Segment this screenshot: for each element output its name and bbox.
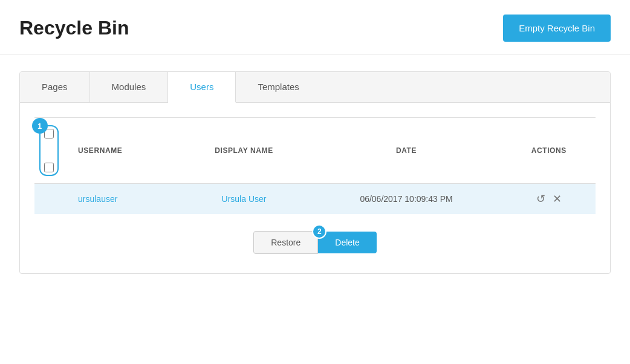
- users-table: 1 USERNAME DI: [34, 117, 596, 214]
- content-card: Pages Modules Users Templates 1: [19, 71, 611, 274]
- empty-recycle-bin-button[interactable]: Empty Recycle Bin: [503, 15, 611, 42]
- username-cell: ursulauser: [68, 184, 178, 215]
- badge-1: 1: [32, 118, 48, 134]
- page-header: Recycle Bin Empty Recycle Bin: [0, 0, 630, 54]
- restore-button[interactable]: Restore: [253, 231, 318, 254]
- actions-cell: ↺ ✕: [502, 184, 596, 215]
- displayname-cell: Ursula User: [178, 184, 311, 215]
- header-checkbox-cell: 1: [34, 118, 68, 184]
- delete-button[interactable]: Delete: [318, 232, 376, 253]
- table-header-row: 1 USERNAME DI: [34, 118, 596, 184]
- page-title: Recycle Bin: [19, 17, 129, 39]
- row-checkbox-cell: [34, 184, 68, 215]
- col-date: DATE: [310, 118, 502, 184]
- restore-row-icon[interactable]: ↺: [536, 192, 545, 206]
- delete-btn-wrapper: 2 Delete: [318, 232, 376, 253]
- row-checkbox[interactable]: [44, 163, 54, 172]
- col-actions: ACTIONS: [502, 118, 596, 184]
- main-content: Pages Modules Users Templates 1: [0, 54, 630, 291]
- tab-bar: Pages Modules Users Templates: [20, 72, 610, 103]
- col-displayname: DISPLAY NAME: [178, 118, 311, 184]
- tab-users[interactable]: Users: [168, 72, 236, 103]
- delete-row-icon[interactable]: ✕: [553, 192, 562, 206]
- callout-group-1: 1: [39, 125, 59, 176]
- tab-templates[interactable]: Templates: [236, 72, 320, 102]
- tab-pages[interactable]: Pages: [20, 72, 90, 102]
- row-checkbox-wrapper[interactable]: [44, 163, 54, 172]
- footer-actions: Restore 2 Delete: [20, 214, 610, 273]
- table-row: ursulauser Ursula User 06/06/2017 10:09:…: [34, 184, 596, 215]
- col-username: USERNAME: [68, 118, 178, 184]
- table-area: 1 USERNAME DI: [20, 103, 610, 214]
- tab-modules[interactable]: Modules: [90, 72, 169, 102]
- date-cell: 06/06/2017 10:09:43 PM: [310, 184, 502, 215]
